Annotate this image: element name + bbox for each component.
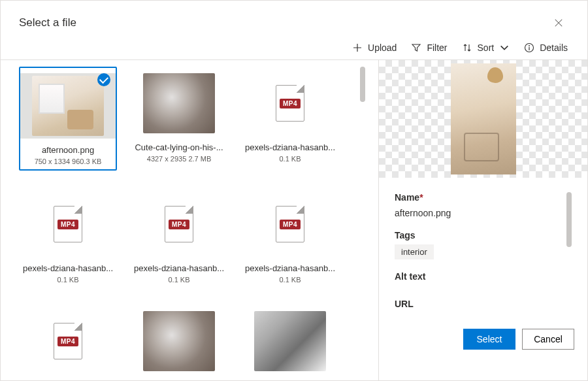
file-meta: 0.1 KB — [279, 276, 301, 284]
file-item[interactable]: MP4 — [19, 305, 117, 376]
selected-check-icon — [97, 73, 110, 86]
details-label: Details — [540, 42, 568, 53]
file-item[interactable]: MP4pexels-dziana-hasanb...0.1 KB — [241, 188, 339, 288]
file-item[interactable] — [241, 305, 339, 376]
file-name: pexels-dziana-hasanb... — [20, 263, 116, 273]
file-name: pexels-dziana-hasanb... — [242, 142, 338, 152]
file-icon: MP4 — [54, 206, 82, 242]
details-button[interactable]: Details — [524, 42, 568, 53]
file-meta: 0.1 KB — [279, 155, 301, 163]
file-thumbnail: MP4 — [25, 191, 110, 257]
tag-chip[interactable]: interior — [395, 244, 434, 259]
plus-icon — [352, 42, 363, 53]
file-thumbnail: MP4 — [137, 191, 221, 257]
svg-point-1 — [529, 45, 530, 46]
toolbar: Upload Filter Sort Details — [1, 39, 587, 60]
file-name: pexels-dziana-hasanb... — [131, 263, 227, 273]
preview-fields: Name* afternoon.png Tags interior Alt te… — [395, 190, 559, 309]
file-grid-wrap[interactable]: afternoon.png750 x 1334 960.3 KBCute-cat… — [1, 60, 378, 380]
image-thumbnail — [254, 311, 326, 371]
image-thumbnail — [143, 73, 215, 133]
image-thumbnail — [32, 76, 104, 136]
cancel-button[interactable]: Cancel — [522, 329, 574, 350]
file-thumbnail: MP4 — [25, 308, 110, 374]
sort-icon — [462, 42, 472, 53]
mp4-badge: MP4 — [280, 99, 301, 108]
file-item[interactable]: Cute-cat-lying-on-his-...4327 x 2935 2.7… — [130, 67, 228, 171]
file-icon: MP4 — [276, 206, 304, 242]
sort-button[interactable]: Sort — [462, 42, 510, 53]
mp4-badge: MP4 — [169, 220, 189, 229]
alt-text-label: Alt text — [395, 271, 559, 282]
url-label: URL — [395, 299, 559, 309]
file-thumbnail: MP4 — [248, 191, 333, 257]
file-name: afternoon.png — [39, 145, 97, 155]
close-icon — [554, 18, 563, 27]
grid-scrollbar[interactable] — [360, 67, 365, 102]
file-item[interactable]: MP4pexels-dziana-hasanb...0.1 KB — [19, 188, 117, 288]
file-item[interactable]: afternoon.png750 x 1334 960.3 KB — [19, 67, 117, 171]
preview-pane: Name* afternoon.png Tags interior Alt te… — [378, 60, 587, 380]
file-icon: MP4 — [276, 85, 304, 122]
chevron-down-icon — [499, 42, 510, 53]
file-grid: afternoon.png750 x 1334 960.3 KBCute-cat… — [19, 67, 360, 380]
name-label: Name* — [395, 192, 559, 203]
filter-button[interactable]: Filter — [411, 42, 447, 53]
file-picker-dialog: Select a file Upload Filter Sort Details… — [0, 0, 588, 381]
filter-icon — [411, 42, 421, 53]
file-meta: 4327 x 2935 2.7 MB — [147, 155, 211, 163]
file-meta: 0.1 KB — [168, 276, 189, 284]
dialog-title: Select a file — [19, 16, 76, 29]
image-thumbnail — [143, 311, 215, 371]
sort-label: Sort — [478, 42, 495, 53]
mp4-badge: MP4 — [57, 220, 78, 229]
close-button[interactable] — [548, 12, 569, 33]
file-item[interactable]: MP4pexels-dziana-hasanb...0.1 KB — [130, 188, 228, 288]
preview-metadata: Name* afternoon.png Tags interior Alt te… — [379, 178, 587, 321]
file-thumbnail: MP4 — [248, 71, 333, 136]
file-thumbnail — [137, 308, 221, 374]
file-item[interactable]: MP4pexels-dziana-hasanb...0.1 KB — [241, 67, 339, 171]
file-icon: MP4 — [165, 206, 193, 242]
filter-label: Filter — [427, 42, 447, 53]
select-button[interactable]: Select — [463, 329, 515, 350]
preview-image-wrap — [379, 60, 587, 178]
file-thumbnail — [137, 71, 221, 136]
upload-button[interactable]: Upload — [352, 42, 397, 53]
file-meta: 750 x 1334 960.3 KB — [35, 157, 102, 165]
preview-scrollbar[interactable] — [566, 192, 572, 247]
name-value[interactable]: afternoon.png — [395, 208, 559, 218]
file-item[interactable] — [130, 305, 228, 376]
preview-image — [451, 63, 516, 174]
tags-label: Tags — [395, 230, 559, 240]
file-name: Cute-cat-lying-on-his-... — [132, 142, 225, 152]
file-name: pexels-dziana-hasanb... — [242, 263, 338, 273]
mp4-badge: MP4 — [280, 220, 301, 229]
dialog-footer: Select Cancel — [379, 321, 587, 357]
content-area: afternoon.png750 x 1334 960.3 KBCute-cat… — [1, 60, 587, 380]
info-icon — [524, 42, 534, 53]
file-meta: 0.1 KB — [57, 276, 78, 284]
file-icon: MP4 — [54, 323, 82, 359]
mp4-badge: MP4 — [57, 337, 78, 346]
file-thumbnail — [248, 308, 333, 374]
upload-label: Upload — [368, 42, 397, 53]
dialog-header: Select a file — [1, 1, 587, 39]
